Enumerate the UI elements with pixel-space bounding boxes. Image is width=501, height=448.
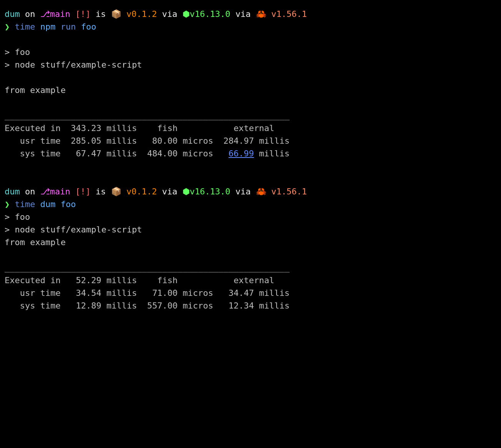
cmd-run: run bbox=[55, 22, 76, 32]
cmd-time: time bbox=[10, 22, 35, 32]
command-line-2[interactable]: ❯ time dum foo bbox=[5, 198, 496, 211]
output-line: from example bbox=[5, 84, 496, 96]
via-text-1: via bbox=[157, 187, 182, 196]
prompt-line-2: dum on ⎇main [!] is 📦 v0.1.2 via ⬢v16.13… bbox=[5, 185, 496, 198]
time-exec-line: Executed in 52.29 millis fish external bbox=[5, 274, 496, 287]
via-text-1: via bbox=[157, 9, 182, 19]
branch-name: main bbox=[50, 9, 70, 19]
crab-icon: 🦀 bbox=[256, 9, 266, 19]
rust-version: v1.56.1 bbox=[266, 187, 307, 196]
node-icon: ⬢ bbox=[182, 187, 190, 196]
time-sys-line: sys time 12.89 millis 557.00 micros 12.3… bbox=[5, 299, 496, 312]
on-text: on bbox=[20, 187, 40, 196]
output-line: > node stuff/example-script bbox=[5, 223, 496, 236]
prompt-arrow: ❯ bbox=[5, 22, 10, 32]
cmd-dum: dum bbox=[35, 199, 55, 209]
crab-icon: 🦀 bbox=[256, 187, 266, 196]
highlighted-value: 66.99 bbox=[229, 149, 254, 158]
package-icon: 📦 bbox=[111, 187, 121, 196]
cmd-foo: foo bbox=[55, 199, 76, 209]
time-exec-line: Executed in 343.23 millis fish external bbox=[5, 122, 496, 134]
git-status: [!] bbox=[70, 9, 91, 19]
prompt-line-1: dum on ⎇main [!] is 📦 v0.1.2 via ⬢v16.13… bbox=[5, 8, 496, 20]
project-name: dum bbox=[5, 9, 20, 19]
project-name: dum bbox=[5, 187, 20, 196]
prompt-arrow: ❯ bbox=[5, 199, 10, 209]
branch-icon: ⎇ bbox=[40, 9, 50, 19]
time-usr-line: usr time 285.05 millis 80.00 micros 284.… bbox=[5, 134, 496, 147]
is-text: is bbox=[91, 9, 111, 19]
on-text: on bbox=[20, 9, 40, 19]
cmd-npm: npm bbox=[35, 22, 55, 32]
branch-icon: ⎇ bbox=[40, 187, 50, 196]
cmd-time: time bbox=[10, 199, 35, 209]
branch-name: main bbox=[50, 187, 70, 196]
terminal-output: dum on ⎇main [!] is 📦 v0.1.2 via ⬢v16.13… bbox=[5, 8, 496, 312]
node-version: v16.13.0 bbox=[190, 187, 231, 196]
git-status: [!] bbox=[70, 187, 91, 196]
package-icon: 📦 bbox=[111, 9, 121, 19]
package-version: v0.1.2 bbox=[121, 9, 157, 19]
time-sys-line: sys time 67.47 millis 484.00 micros 66.9… bbox=[5, 147, 496, 160]
divider: ________________________________________… bbox=[5, 109, 496, 122]
via-text-2: via bbox=[231, 9, 256, 19]
rust-version: v1.56.1 bbox=[266, 9, 307, 19]
output-line: > foo bbox=[5, 211, 496, 223]
command-line-1[interactable]: ❯ time npm run foo bbox=[5, 20, 496, 33]
package-version: v0.1.2 bbox=[121, 187, 157, 196]
is-text: is bbox=[91, 187, 111, 196]
time-usr-line: usr time 34.54 millis 71.00 micros 34.47… bbox=[5, 287, 496, 299]
via-text-2: via bbox=[231, 187, 256, 196]
divider: ________________________________________… bbox=[5, 261, 496, 274]
node-icon: ⬢ bbox=[182, 9, 190, 19]
cmd-foo: foo bbox=[76, 22, 96, 32]
output-line: from example bbox=[5, 236, 496, 249]
output-line: > node stuff/example-script bbox=[5, 58, 496, 71]
output-line: > foo bbox=[5, 46, 496, 58]
node-version: v16.13.0 bbox=[190, 9, 231, 19]
